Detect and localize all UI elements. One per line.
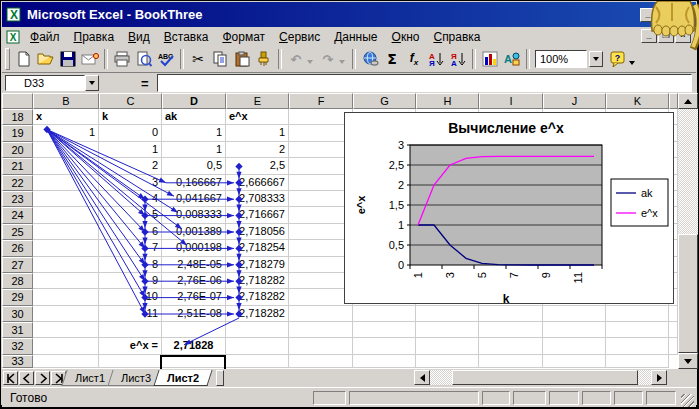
row-header-26[interactable]: 26: [2, 240, 33, 256]
cell-D24[interactable]: 0,008333: [162, 207, 226, 223]
row-header-20[interactable]: 20: [2, 142, 33, 158]
toolbar-options-icon[interactable]: [629, 61, 635, 65]
cell-E23[interactable]: 2,708333: [226, 191, 289, 207]
cell-C29[interactable]: 10: [99, 289, 162, 305]
menu-Файл[interactable]: Файл: [23, 28, 67, 46]
sort-asc-icon[interactable]: АЯ: [425, 48, 447, 70]
sheet-tab-Лист2[interactable]: Лист2: [153, 370, 212, 386]
column-header-J[interactable]: J: [543, 93, 606, 109]
name-box-dropdown[interactable]: [85, 75, 99, 91]
cell-B29[interactable]: [33, 289, 99, 305]
cell-B23[interactable]: [33, 191, 99, 207]
cell-J31[interactable]: [543, 322, 606, 338]
formula-input[interactable]: [157, 74, 692, 92]
cell-E24[interactable]: 2,716667: [226, 207, 289, 223]
cell-C27[interactable]: 8: [99, 257, 162, 273]
format-painter-icon[interactable]: [253, 48, 275, 70]
row-header-29[interactable]: 29: [2, 289, 33, 305]
cell-E22[interactable]: 2,666667: [226, 175, 289, 191]
tab-first-button[interactable]: [3, 371, 18, 385]
function-icon[interactable]: fx: [403, 48, 425, 70]
cell-C22[interactable]: 3: [99, 175, 162, 191]
cell-C26[interactable]: 7: [99, 240, 162, 256]
cell-B20[interactable]: [33, 142, 99, 158]
row-header-31[interactable]: 31: [2, 322, 33, 338]
scroll-left-button[interactable]: [414, 370, 430, 385]
vertical-scroll-thumb[interactable]: [678, 234, 698, 353]
name-box[interactable]: D33: [5, 75, 85, 91]
cell-K30[interactable]: [606, 306, 669, 322]
resize-grip[interactable]: [681, 394, 694, 407]
new-icon[interactable]: [13, 48, 35, 70]
menu-Окно[interactable]: Окно: [385, 28, 427, 46]
office-assistant-cat[interactable]: [649, 1, 699, 59]
cell-B25[interactable]: [33, 224, 99, 240]
menu-Сервис[interactable]: Сервис: [272, 28, 327, 46]
cell-F30[interactable]: [289, 306, 353, 322]
cell-D32[interactable]: 2,71828: [162, 338, 226, 354]
cell-C24[interactable]: 5: [99, 207, 162, 223]
cell-E19[interactable]: 1: [226, 125, 289, 141]
cell-D20[interactable]: 1: [162, 142, 226, 158]
column-header-D[interactable]: D: [162, 93, 226, 109]
menu-Данные[interactable]: Данные: [327, 28, 384, 46]
cell-C25[interactable]: 6: [99, 224, 162, 240]
column-header-K[interactable]: K: [606, 93, 669, 109]
edit-formula-button[interactable]: =: [141, 76, 149, 91]
row-header-32[interactable]: 32: [2, 338, 33, 354]
cell-F31[interactable]: [289, 322, 353, 338]
cell-I32[interactable]: [479, 338, 543, 354]
open-icon[interactable]: [35, 48, 57, 70]
cell-C23[interactable]: 4: [99, 191, 162, 207]
hyperlink-icon[interactable]: [359, 48, 381, 70]
redo-dropdown-icon[interactable]: [339, 60, 345, 64]
cell-B31[interactable]: [33, 322, 99, 338]
column-header-H[interactable]: H: [416, 93, 479, 109]
cell-D22[interactable]: 0,166667: [162, 175, 226, 191]
menu-Формат[interactable]: Формат: [215, 28, 272, 46]
horizontal-scrollbar[interactable]: [414, 370, 667, 385]
cell-B19[interactable]: 1: [33, 125, 99, 141]
column-header-G[interactable]: G: [353, 93, 416, 109]
row-header-24[interactable]: 24: [2, 207, 33, 223]
menu-Вид[interactable]: Вид: [121, 28, 157, 46]
cell-B32[interactable]: [33, 338, 99, 354]
sort-desc-icon[interactable]: ЯА: [447, 48, 469, 70]
cell-E30[interactable]: 2,718282: [226, 306, 289, 322]
row-header-27[interactable]: 27: [2, 257, 33, 273]
row-header-18[interactable]: 18: [2, 109, 33, 125]
cell-D26[interactable]: 0,000198: [162, 240, 226, 256]
cell-D23[interactable]: 0,041667: [162, 191, 226, 207]
row-header-28[interactable]: 28: [2, 273, 33, 289]
row-header-21[interactable]: 21: [2, 158, 33, 174]
cell-J32[interactable]: [543, 338, 606, 354]
cell-E32[interactable]: [226, 338, 289, 354]
cell-E20[interactable]: 2: [226, 142, 289, 158]
cell-B22[interactable]: [33, 175, 99, 191]
cell-B18[interactable]: x: [33, 109, 99, 125]
cell-D30[interactable]: 2,51E-08: [162, 306, 226, 322]
drawing-icon[interactable]: А: [501, 48, 523, 70]
column-header-B[interactable]: B: [33, 93, 99, 109]
paste-icon[interactable]: [231, 48, 253, 70]
cell-E29[interactable]: 2,718282: [226, 289, 289, 305]
tab-split-handle[interactable]: [216, 370, 224, 386]
cell-B28[interactable]: [33, 273, 99, 289]
cell-D28[interactable]: 2,76E-06: [162, 273, 226, 289]
chart-wizard-icon[interactable]: [479, 48, 501, 70]
cell-B21[interactable]: [33, 158, 99, 174]
cell-E31[interactable]: [226, 322, 289, 338]
toolbar-grip[interactable]: [5, 48, 10, 70]
cell-K32[interactable]: [606, 338, 669, 354]
cell-C19[interactable]: 0: [99, 125, 162, 141]
row-header-30[interactable]: 30: [2, 306, 33, 322]
zoom-combobox[interactable]: 100%: [535, 50, 587, 68]
select-all-corner[interactable]: [2, 93, 33, 109]
chart[interactable]: 00,511,522,531357911Вычисление e^xe^xkak…: [344, 112, 674, 304]
cell-E27[interactable]: 2,718279: [226, 257, 289, 273]
column-header-E[interactable]: E: [226, 93, 289, 109]
menu-Правка[interactable]: Правка: [67, 28, 122, 46]
cell-C31[interactable]: [99, 322, 162, 338]
mail-icon[interactable]: [79, 48, 101, 70]
cell-D25[interactable]: 0,001389: [162, 224, 226, 240]
